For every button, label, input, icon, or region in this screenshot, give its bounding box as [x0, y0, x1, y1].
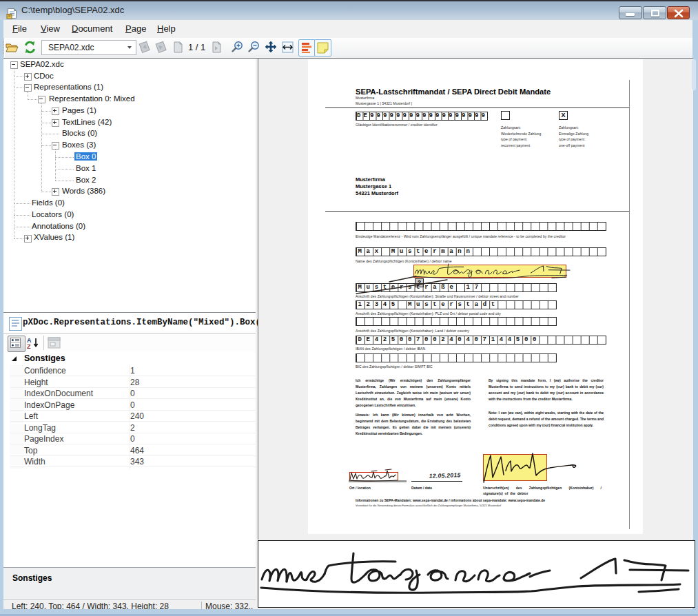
svg-text:Z: Z [27, 343, 31, 349]
